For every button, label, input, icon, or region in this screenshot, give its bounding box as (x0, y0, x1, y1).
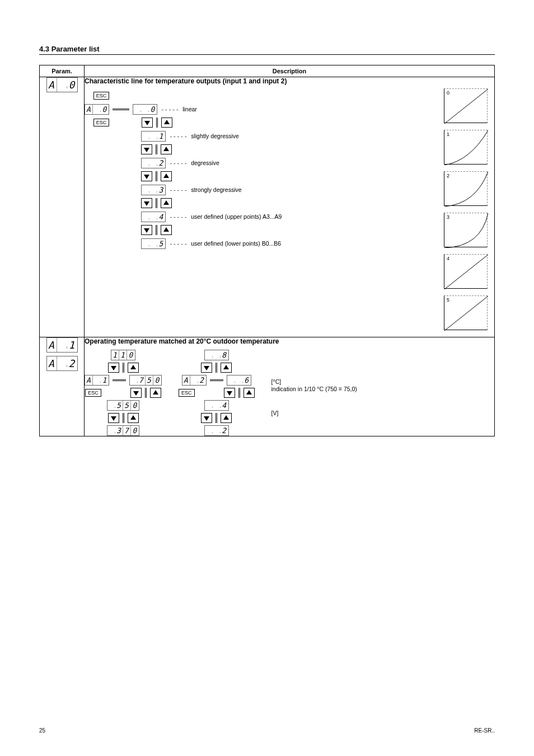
curve-box-1: 1 (444, 130, 488, 165)
up-button[interactable] (128, 363, 139, 373)
svg-line-0 (444, 89, 488, 124)
lcd-step-3: 3 (141, 185, 166, 195)
a1-opt0: 110 (111, 350, 135, 360)
hdr-desc: Description (85, 65, 495, 77)
curve-box-3: 3 (444, 213, 488, 247)
lcd-a2-sm: A2 (182, 375, 207, 386)
step0-desc: linear (182, 106, 197, 112)
curve-column: 0 1 2 (444, 88, 494, 337)
up-button[interactable] (161, 198, 172, 208)
esc-button[interactable]: ESC (179, 389, 195, 397)
param-cell-a12: A1 A2 (40, 337, 85, 436)
up-button[interactable] (150, 388, 161, 398)
down-button[interactable] (130, 388, 142, 398)
footer-model: RE-SR.. (474, 727, 495, 734)
a1-note: indication in 1/10 °C (750 = 75,0) (271, 386, 357, 392)
up-button[interactable] (161, 171, 172, 181)
up-button[interactable] (161, 144, 172, 154)
up-button[interactable] (128, 413, 139, 423)
up-button[interactable] (243, 388, 255, 398)
a2-opt1: 6 (227, 375, 251, 386)
step1-desc: slightly degressive (191, 133, 239, 139)
hdr-param: Param. (40, 65, 85, 77)
footer-page: 25 (39, 727, 45, 734)
a1-unit: [°C] (271, 378, 282, 385)
a1-opt2: 550 (107, 400, 139, 411)
down-button[interactable] (141, 144, 152, 154)
down-button[interactable] (224, 388, 235, 398)
curve-box-2: 2 (444, 171, 488, 206)
lcd-a1: A1 (46, 337, 78, 353)
svg-line-1 (444, 255, 488, 289)
down-button[interactable] (108, 363, 119, 373)
dash-icon: ----- (161, 106, 179, 113)
down-button[interactable] (141, 171, 152, 181)
up-button[interactable] (161, 225, 172, 235)
page-title: 4.3 Parameter list (39, 45, 495, 55)
up-button[interactable] (161, 118, 172, 128)
lcd-step-5: 5 (141, 238, 166, 249)
down-button[interactable] (201, 363, 212, 373)
svg-line-2 (444, 296, 488, 331)
param-cell-a0: A0 (40, 77, 85, 337)
a0-title: Characteristic line for temperature outp… (85, 77, 494, 85)
curve-box-0: 0 (444, 88, 488, 123)
a12-col-a2: 8 A2 6 (179, 350, 255, 436)
esc-button[interactable]: ESC (85, 389, 101, 397)
down-button[interactable] (141, 225, 152, 235)
desc-cell-a0: Characteristic line for temperature outp… (85, 77, 495, 337)
step4-desc: user defined (upper points) A3...A9 (191, 213, 282, 220)
a2-opt3: 2 (204, 425, 229, 436)
a1-opt1: 750 (129, 375, 162, 386)
down-button[interactable] (201, 413, 212, 423)
up-button[interactable] (221, 413, 232, 423)
step3-desc: strongly degressive (191, 186, 241, 193)
down-button[interactable] (108, 413, 119, 423)
lcd-step-1: 1 (141, 131, 166, 142)
param-table: Param. Description A0 Characteristic lin… (39, 65, 495, 436)
lcd-a1-sm: A1 (85, 375, 109, 386)
curve-box-4: 4 (444, 254, 488, 289)
a2-unit: [V] (271, 410, 279, 416)
lcd-a0: A0 (46, 77, 78, 92)
esc-button[interactable]: ESC (93, 92, 110, 100)
down-button[interactable] (142, 118, 153, 128)
a2-opt2: 4 (204, 400, 229, 411)
esc-button[interactable]: ESC (93, 119, 110, 126)
lcd-a0-sm: A0 (85, 104, 109, 115)
lcd-step-0: 0 (133, 104, 157, 115)
lcd-a2: A2 (46, 356, 78, 371)
lcd-step-2: 2 (141, 158, 166, 168)
a2-opt0: 8 (204, 350, 229, 360)
a1-opt3: 370 (107, 425, 139, 436)
down-button[interactable] (141, 198, 152, 208)
up-button[interactable] (221, 363, 232, 373)
curve-box-5: 5 (444, 295, 488, 330)
step2-desc: degressive (191, 159, 219, 166)
a12-col-a1: 110 A1 750 (85, 350, 162, 436)
a12-title: Operating temperature matched at 20°C ou… (85, 337, 494, 345)
desc-cell-a12: Operating temperature matched at 20°C ou… (85, 337, 495, 436)
step5-desc: user defined (lower points) B0...B6 (191, 240, 281, 247)
lcd-step-4: 4 (141, 212, 166, 222)
